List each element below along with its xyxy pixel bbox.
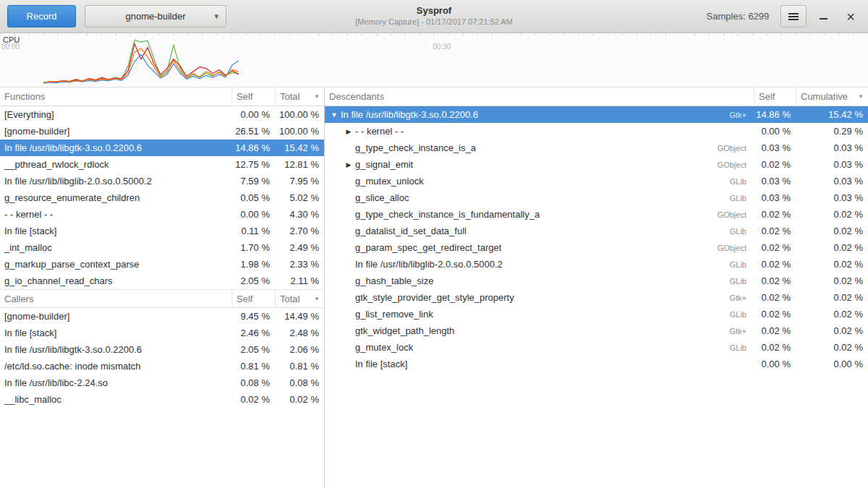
minimize-button[interactable] (820, 11, 827, 22)
caller-row[interactable]: In file /usr/lib/libgtk-3.so.0.2200.6 2.… (0, 341, 324, 358)
caller-name: In file [stack] (0, 328, 231, 338)
function-row[interactable]: g_markup_parse_context_parse 1.98 % 2.33… (0, 256, 324, 273)
descendant-row[interactable]: g_slice_alloc GLib 0.03 % 0.03 % (325, 189, 868, 206)
descendant-row[interactable]: ▶ - - kernel - - 0.00 % 0.29 % (325, 123, 868, 140)
descendant-cumulative-value: 0.02 % (796, 209, 868, 220)
process-selector-dropdown[interactable]: gnome-builder ▾ (85, 5, 226, 27)
function-total-value: 4.30 % (275, 209, 324, 220)
expander-icon[interactable]: ▶ (344, 161, 354, 168)
descendant-row[interactable]: ▶ g_signal_emit GObject 0.02 % 0.03 % (325, 156, 868, 173)
total-column-label: Total (280, 294, 299, 304)
expander-icon[interactable]: ▼ (329, 111, 339, 119)
caller-row[interactable]: __libc_malloc 0.02 % 0.02 % (0, 391, 324, 408)
function-row[interactable]: - - kernel - - 0.00 % 4.30 % (0, 206, 324, 223)
descendant-row[interactable]: g_hash_table_size GLib 0.02 % 0.02 % (325, 273, 868, 289)
descendant-name-cell: In file /usr/lib/libglib-2.0.so.0.5000.2… (354, 259, 754, 270)
descendant-row[interactable]: g_param_spec_get_redirect_target GObject… (325, 239, 868, 256)
descendant-name-cell: g_hash_table_size GLib (354, 275, 754, 286)
function-row[interactable]: In file [stack] 0.11 % 2.70 % (0, 223, 324, 239)
descendants-column-header[interactable]: Descendants (325, 87, 754, 106)
descendant-name-cell: gtk_widget_path_length Gtk+ (354, 325, 754, 336)
library-tag: GLib (724, 343, 754, 352)
library-tag: GObject (712, 144, 754, 153)
descendant-name: In file /usr/lib/libgtk-3.so.0.2200.6 (341, 109, 478, 120)
library-tag: Gtk+ (723, 327, 754, 335)
descendant-row[interactable]: g_list_remove_link GLib 0.02 % 0.02 % (325, 306, 868, 322)
window-title: Sysprof (355, 5, 513, 16)
function-row[interactable]: [Everything] 0.00 % 100.00 % (0, 106, 324, 123)
descendant-self-value: 0.03 % (754, 192, 796, 203)
caller-self-value: 2.46 % (231, 328, 275, 338)
function-row[interactable]: _int_malloc 1.70 % 2.49 % (0, 239, 324, 256)
function-row[interactable]: [gnome-builder] 26.51 % 100.00 % (0, 123, 324, 140)
descendant-self-value: 0.02 % (754, 259, 796, 270)
library-tag: Gtk+ (723, 111, 754, 119)
callers-total-column-header[interactable]: Total ▼ (275, 290, 324, 307)
cumulative-column-label: Cumulative (801, 91, 848, 102)
descendant-self-value: 0.02 % (754, 226, 796, 236)
caller-row[interactable]: [gnome-builder] 9.45 % 14.49 % (0, 308, 324, 325)
function-name: _int_malloc (0, 242, 231, 253)
callers-self-column-header[interactable]: Self (231, 290, 275, 307)
header-right: Samples: 6299 × (707, 5, 861, 27)
descendant-cumulative-value: 0.02 % (796, 275, 868, 286)
function-self-value: 7.59 % (231, 176, 275, 187)
caller-row[interactable]: /etc/ld.so.cache: inode mismatch 0.81 % … (0, 358, 324, 374)
descendant-name-cell: g_mutex_unlock GLib (354, 176, 754, 187)
hamburger-icon (788, 16, 799, 17)
self-column-label: Self (237, 294, 252, 304)
functions-column-header[interactable]: Functions (0, 87, 231, 106)
functions-total-column-header[interactable]: Total ▼ (275, 87, 324, 106)
library-tag: GLib (724, 260, 754, 269)
caller-name: In file /usr/lib/libgtk-3.so.0.2200.6 (0, 344, 231, 355)
descendants-tree: ▼ In file /usr/lib/libgtk-3.so.0.2200.6 … (325, 106, 868, 372)
menu-button[interactable] (780, 5, 807, 27)
descendant-row[interactable]: g_type_check_instance_is_fundamentally_a… (325, 206, 868, 223)
descendant-row[interactable]: gtk_widget_path_length Gtk+ 0.02 % 0.02 … (325, 322, 868, 339)
descendants-column-label: Descendants (329, 91, 384, 102)
function-self-value: 12.75 % (231, 159, 275, 170)
cpu-usage-chart (0, 33, 868, 87)
function-name: __pthread_rwlock_rdlock (0, 159, 231, 170)
descendant-row[interactable]: g_mutex_unlock GLib 0.03 % 0.03 % (325, 173, 868, 189)
cpu-timeline[interactable]: CPU 00:00 00:30 (0, 33, 868, 87)
caller-row[interactable]: In file /usr/lib/libc-2.24.so 0.08 % 0.0… (0, 374, 324, 391)
library-tag: GLib (724, 310, 754, 319)
function-row[interactable]: In file /usr/lib/libgtk-3.so.0.2200.6 14… (0, 140, 324, 156)
function-row[interactable]: __pthread_rwlock_rdlock 12.75 % 12.81 % (0, 156, 324, 173)
close-button[interactable]: × (846, 11, 855, 22)
descendant-row[interactable]: In file [stack] 0.00 % 0.00 % (325, 356, 868, 372)
descendant-row[interactable]: g_mutex_lock GLib 0.02 % 0.02 % (325, 339, 868, 356)
descendant-name: In file [stack] (355, 359, 407, 369)
descendant-cumulative-value: 0.29 % (796, 126, 868, 137)
descendant-name-cell: In file [stack] (354, 359, 754, 369)
callers-column-header[interactable]: Callers (0, 290, 231, 307)
descendant-row[interactable]: gtk_style_provider_get_style_property Gt… (325, 289, 868, 306)
function-self-value: 1.98 % (231, 259, 275, 270)
functions-self-column-header[interactable]: Self (231, 87, 275, 106)
descendant-cumulative-value: 0.03 % (796, 159, 868, 170)
descendant-row[interactable]: g_datalist_id_set_data_full GLib 0.02 % … (325, 223, 868, 239)
descendant-row[interactable]: ▼ In file /usr/lib/libgtk-3.so.0.2200.6 … (325, 106, 868, 123)
record-button[interactable]: Record (7, 5, 76, 27)
expander-icon[interactable]: ▶ (344, 128, 354, 135)
descendant-name: - - kernel - - (355, 126, 404, 137)
function-row[interactable]: g_resource_enumerate_children 0.05 % 5.0… (0, 189, 324, 206)
descendant-cumulative-value: 0.02 % (796, 342, 868, 353)
descendants-self-column-header[interactable]: Self (754, 87, 796, 106)
function-name: [gnome-builder] (0, 126, 231, 137)
functions-header-row: Functions Self Total ▼ (0, 87, 324, 106)
descendant-self-value: 0.00 % (754, 126, 796, 137)
descendant-row[interactable]: g_type_check_instance_is_a GObject 0.03 … (325, 140, 868, 156)
descendant-name: gtk_widget_path_length (355, 325, 454, 336)
function-row[interactable]: In file /usr/lib/libglib-2.0.so.0.5000.2… (0, 173, 324, 189)
window-title-block: Sysprof [Memory Capture] - 01/17/2017 07… (355, 5, 513, 26)
caller-row[interactable]: In file [stack] 2.46 % 2.48 % (0, 325, 324, 341)
descendant-row[interactable]: In file /usr/lib/libglib-2.0.so.0.5000.2… (325, 256, 868, 273)
descendant-name-cell: In file /usr/lib/libgtk-3.so.0.2200.6 Gt… (339, 109, 754, 120)
function-total-value: 2.11 % (275, 275, 324, 286)
function-row[interactable]: g_io_channel_read_chars 2.05 % 2.11 % (0, 273, 324, 289)
descendants-cumulative-column-header[interactable]: Cumulative ▼ (796, 87, 868, 106)
descendant-self-value: 0.02 % (754, 342, 796, 353)
process-selector-label: gnome-builder (125, 11, 185, 22)
